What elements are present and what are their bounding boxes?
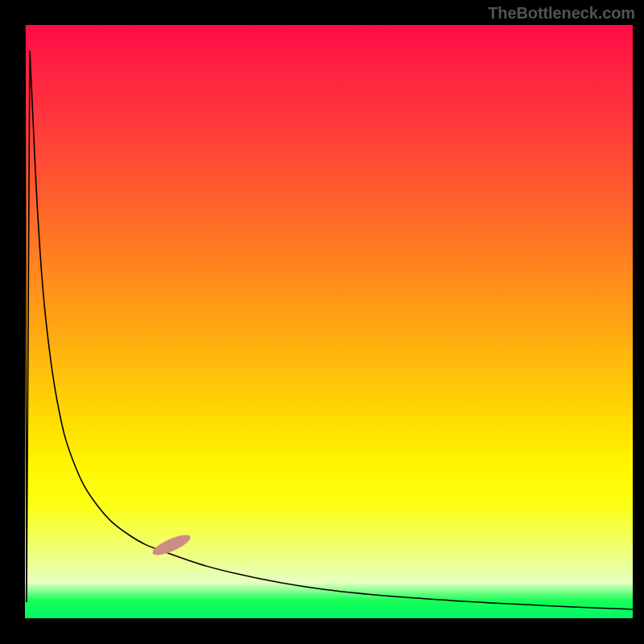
gradient-plot-area [25, 25, 633, 618]
attribution-text: TheBottleneck.com [488, 4, 635, 23]
chart-container: { "attribution": "TheBottleneck.com", "c… [0, 0, 644, 644]
